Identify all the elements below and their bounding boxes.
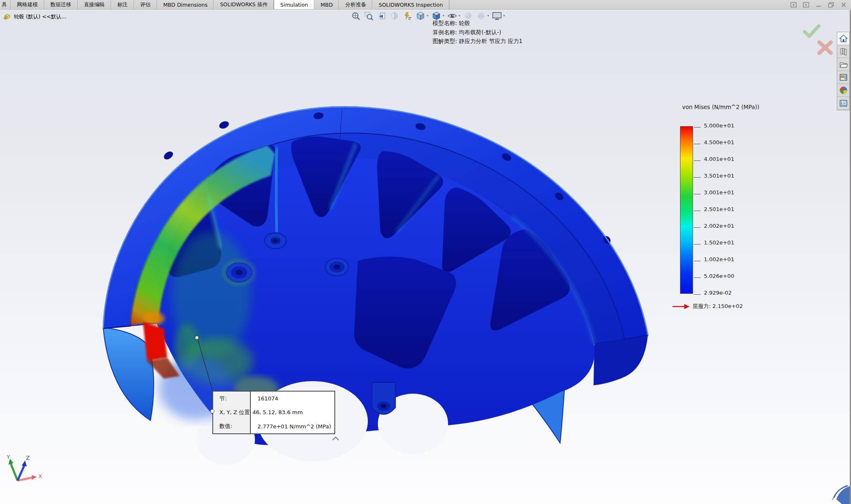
yield-strength-row: 屈服力: 2.150e+02 [672,303,743,310]
accept-button[interactable] [803,23,821,41]
check-icon [803,23,821,39]
view-settings-caret[interactable]: ▾ [503,14,505,18]
callout-row-value: 数值: 2.777e+01 N/mm^2 (MPa) [213,420,334,433]
custom-properties-icon [839,99,848,107]
solidworks-window: 具 网格建模 数据迁移 直接编辑 标注 评估 MBD Dimensions SO… [0,0,851,504]
part-icon [3,13,11,20]
apply-scene-caret[interactable]: ▾ [487,14,489,18]
cancel-button[interactable] [817,40,833,57]
task-pane-appearances-button[interactable] [837,84,849,97]
callout-position-value: 46, 5.12, 83.6 mm [252,409,303,415]
solidworks-logo [831,481,850,504]
callout-node-value: 161074 [252,395,278,402]
callout-position-label: X, Y, Z 位置 [213,409,252,416]
legend-tick: 3.001e+01 [704,189,734,196]
legend-tick: 2.501e+01 [704,206,734,212]
previous-view-button[interactable] [376,10,387,21]
appearances-sphere-icon [839,86,848,94]
plot-header: 模型名称: 轮毂 算例名称: 均布载荷(-默认-) 图解类型: 静应力分析 节应… [433,19,522,46]
legend-tick: 4.001e+01 [704,156,734,162]
design-library-icon [839,47,848,56]
annotations-button[interactable] [402,10,413,21]
task-pane-home-button[interactable] [837,32,849,45]
task-pane-custom-properties-button[interactable] [837,97,849,110]
legend-tick: 2.929e-02 [704,290,731,296]
feature-tree-root[interactable]: 轮毂 (默认) <<默认... [3,13,66,20]
callout-value-value: 2.777e+01 N/mm^2 (MPa) [252,423,331,430]
view-orientation-button[interactable] [415,10,426,21]
hide-show-items-caret[interactable]: ▾ [459,14,460,18]
z-axis-arrow [22,461,27,466]
legend-ticks: 5.000e+01 4.500e+01 4.001e+01 3.501e+01 … [704,126,754,294]
chevron-up-icon [332,436,339,441]
yield-arrow-icon [672,304,690,309]
zoom-to-area-icon [364,11,373,20]
probe-callout[interactable]: 节: 161074 X, Y, Z 位置 46, 5.12, 83.6 mm 数… [212,391,335,434]
annotations-icon [403,11,412,20]
zoom-to-fit-button[interactable] [350,10,361,21]
callout-row-position: X, Y, Z 位置 46, 5.12, 83.6 mm [213,405,334,419]
feature-tree-root-label: 轮毂 (默认) <<默认... [14,13,66,20]
z-axis-label: Z [26,455,30,461]
view-orientation-caret[interactable]: ▾ [427,14,428,18]
plot-type-line: 图解类型: 静应力分析 节应力 应力1 [433,37,522,46]
home-icon [839,35,848,42]
task-pane-file-explorer-button[interactable] [837,58,849,71]
view-orientation-icon [416,11,425,20]
zoom-to-area-button[interactable] [363,10,374,21]
legend-tick: 1.502e+01 [704,239,734,246]
legend-tick: 4.500e+01 [704,139,734,145]
view-palette-icon [839,73,848,81]
legend-tick: 5.026e+00 [704,273,734,279]
previous-view-icon [377,11,386,20]
study-name-line: 算例名称: 均布载荷(-默认-) [433,28,522,37]
callout-collapse-button[interactable] [332,435,339,443]
orientation-triad: X Y Z [3,454,48,501]
x-axis-arrow [32,475,37,480]
legend-title: von Mises (N/mm^2 (MPa)) [682,104,759,110]
task-pane [837,32,850,110]
graphics-area[interactable]: 轮毂 (默认) <<默认... [0,10,851,504]
x-icon [817,40,833,55]
callout-row-node: 节: 161074 [213,392,334,405]
task-pane-design-library-button[interactable] [837,45,849,58]
folder-icon [839,61,848,68]
legend-tick: 1.002e+01 [704,256,734,262]
section-view-button[interactable] [389,10,400,21]
callout-value-label: 数值: [213,423,252,430]
yield-strength-label: 屈服力: 2.150e+02 [693,303,743,310]
legend-tick: 2.002e+01 [704,223,734,229]
legend-color-bar [680,126,693,294]
legend-tick: 5.000e+01 [704,122,734,129]
display-style-caret[interactable]: ▾ [443,14,444,18]
model-name-line: 模型名称: 轮毂 [433,19,522,28]
section-view-icon [390,11,399,20]
x-axis-label: X [38,473,42,479]
zoom-to-fit-icon [351,11,360,20]
task-pane-view-palette-button[interactable] [837,71,849,84]
callout-node-label: 节: [213,395,252,402]
legend-tick: 3.501e+01 [704,173,734,179]
probe-point [195,336,199,340]
y-axis-label: Y [6,454,10,460]
